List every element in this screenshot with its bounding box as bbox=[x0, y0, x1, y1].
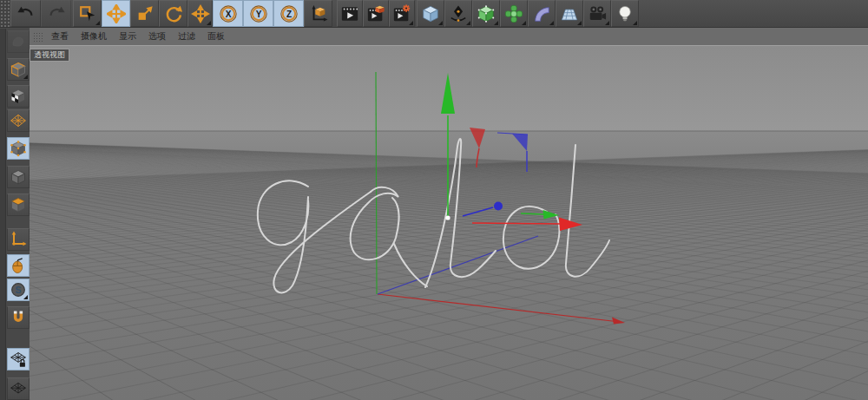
subdivision-surface-icon bbox=[477, 4, 496, 23]
scale-button[interactable] bbox=[130, 0, 159, 27]
render-view-icon bbox=[340, 4, 359, 23]
gizmo-z-ball bbox=[494, 202, 503, 211]
workplane-mode-button[interactable] bbox=[7, 109, 30, 132]
toolbar-grip[interactable] bbox=[0, 0, 10, 27]
light-button[interactable] bbox=[611, 0, 639, 27]
rotate-icon bbox=[164, 4, 183, 23]
gizmo-x-axis bbox=[472, 223, 561, 224]
svg-text:Z: Z bbox=[286, 9, 291, 18]
viewport-label: 透视视图 bbox=[30, 49, 69, 62]
spline-pen-button[interactable] bbox=[444, 0, 472, 27]
move-button[interactable] bbox=[102, 0, 130, 27]
camera-icon bbox=[588, 4, 607, 23]
disabled-mode-button[interactable] bbox=[7, 30, 30, 53]
left-toolbar: S bbox=[6, 29, 30, 400]
add-cube-button[interactable] bbox=[417, 0, 444, 27]
y-axis-lock-button[interactable]: Y bbox=[243, 0, 273, 27]
enable-axis-button[interactable] bbox=[7, 228, 30, 251]
add-cube-icon bbox=[421, 4, 440, 23]
points-mode-icon bbox=[10, 140, 27, 157]
viewport[interactable]: 透视视图 bbox=[30, 46, 868, 400]
camera-button[interactable] bbox=[583, 0, 611, 27]
deformer-icon bbox=[532, 4, 551, 23]
x-axis-lock-button[interactable]: X bbox=[213, 0, 243, 27]
make-editable-icon bbox=[10, 61, 27, 78]
menu-filter[interactable]: 过滤 bbox=[178, 28, 195, 45]
svg-text:S: S bbox=[15, 285, 21, 295]
environment-icon bbox=[560, 4, 579, 23]
workplane-mode-icon bbox=[10, 112, 27, 129]
main-toolbar: X Y Z bbox=[0, 0, 868, 28]
workplane-grid-icon bbox=[10, 380, 27, 397]
render-picture-viewer-icon bbox=[366, 4, 385, 23]
menu-display[interactable]: 显示 bbox=[119, 28, 136, 45]
gizmo-plane-green bbox=[521, 213, 544, 214]
snap-button[interactable]: S bbox=[7, 279, 30, 301]
edges-mode-button[interactable] bbox=[7, 166, 30, 188]
render-picture-viewer-button[interactable] bbox=[363, 0, 389, 27]
points-mode-button[interactable] bbox=[7, 137, 30, 160]
last-tool-icon bbox=[191, 4, 210, 23]
generators-icon bbox=[504, 4, 523, 23]
move-icon bbox=[107, 4, 126, 23]
edges-mode-icon bbox=[10, 168, 27, 186]
live-selection-button[interactable] bbox=[73, 0, 102, 27]
render-settings-button[interactable] bbox=[389, 0, 415, 27]
texture-mode-icon bbox=[10, 88, 27, 105]
tweak-mode-icon bbox=[10, 257, 27, 274]
z-axis-lock-icon: Z bbox=[279, 4, 299, 23]
last-tool-button[interactable] bbox=[187, 0, 213, 27]
enable-axis-icon bbox=[10, 231, 27, 248]
magnet-snap-icon bbox=[10, 309, 27, 326]
disabled-mode-icon bbox=[10, 33, 27, 50]
coordinate-system-icon bbox=[309, 4, 328, 23]
z-axis-lock-button[interactable]: Z bbox=[273, 0, 304, 27]
texture-mode-button[interactable] bbox=[7, 85, 30, 108]
lock-workplane-icon bbox=[10, 351, 27, 368]
light-icon bbox=[615, 4, 635, 23]
redo-button[interactable] bbox=[41, 0, 71, 27]
menu-panel[interactable]: 面板 bbox=[207, 28, 225, 45]
menu-grip-icon[interactable] bbox=[33, 32, 44, 42]
polygons-mode-icon bbox=[10, 196, 27, 213]
render-settings-icon bbox=[392, 4, 411, 23]
scale-icon bbox=[135, 4, 155, 23]
menu-view[interactable]: 查看 bbox=[51, 28, 69, 45]
undo-icon bbox=[16, 4, 36, 23]
snap-icon: S bbox=[10, 281, 27, 298]
generators-button[interactable] bbox=[500, 0, 528, 27]
c4d-window: X Y Z bbox=[0, 0, 868, 400]
x-axis-lock-icon: X bbox=[219, 4, 238, 23]
live-selection-icon bbox=[78, 4, 97, 23]
y-axis-lock-icon: Y bbox=[249, 4, 268, 23]
tweak-mode-button[interactable] bbox=[7, 254, 30, 277]
svg-text:X: X bbox=[225, 9, 231, 18]
lock-workplane-button[interactable] bbox=[7, 348, 30, 370]
redo-icon bbox=[47, 4, 66, 23]
magnet-snap-button[interactable] bbox=[7, 306, 30, 329]
rotate-button[interactable] bbox=[159, 0, 187, 27]
undo-button[interactable] bbox=[10, 0, 41, 27]
svg-text:Y: Y bbox=[255, 9, 261, 18]
render-view-button[interactable] bbox=[337, 0, 363, 27]
menu-cameras[interactable]: 摄像机 bbox=[81, 28, 107, 45]
coordinate-system-button[interactable] bbox=[304, 0, 332, 27]
subdivision-surface-button[interactable] bbox=[472, 0, 500, 27]
viewport-menu-bar: 查看 摄像机 显示 选项 过滤 面板 bbox=[30, 28, 868, 46]
make-editable-button[interactable] bbox=[7, 58, 30, 81]
viewport-canvas bbox=[30, 46, 868, 400]
deformer-button[interactable] bbox=[528, 0, 556, 27]
polygons-mode-button[interactable] bbox=[7, 193, 30, 216]
gizmo-origin-dot bbox=[445, 215, 450, 220]
spline-pen-icon bbox=[449, 4, 468, 23]
workplane-grid-button[interactable] bbox=[7, 377, 30, 400]
environment-button[interactable] bbox=[556, 0, 583, 27]
menu-options[interactable]: 选项 bbox=[148, 28, 166, 45]
left-edge-strip bbox=[0, 29, 6, 400]
